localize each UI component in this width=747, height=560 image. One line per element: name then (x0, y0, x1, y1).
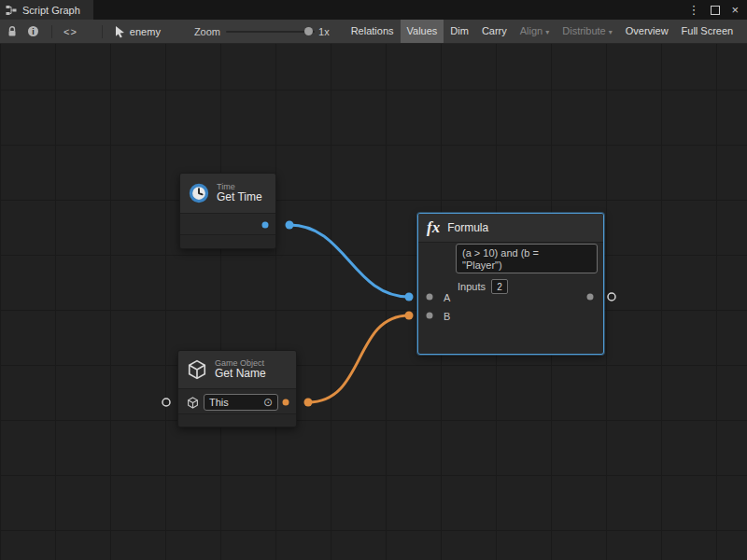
info-icon[interactable]: i (28, 26, 38, 36)
zoom-slider-track[interactable] (226, 31, 315, 33)
node-get-time[interactable]: Time Get Time (179, 173, 276, 249)
node-formula[interactable]: fx Formula (a > 10) and (b = "Player") I… (417, 213, 604, 355)
node-get-name[interactable]: Game Object Get Name This ⊙ (177, 350, 297, 427)
full-screen-button[interactable]: Full Screen (675, 20, 740, 43)
chevron-down-icon: ▾ (545, 28, 549, 36)
node-footer (180, 234, 275, 248)
toolbar-buttons: Relations Values Dim Carry Align▾ Distri… (345, 20, 740, 43)
zoom-slider-handle[interactable] (304, 27, 313, 35)
clock-icon (189, 183, 209, 203)
script-graph-icon (6, 5, 17, 16)
port-b-label: B (418, 311, 450, 322)
formula-fx-icon: fx (427, 218, 440, 237)
titlebar: Script Graph ⋮ × (0, 0, 747, 20)
zoom-value: 1x (318, 26, 330, 37)
pointer-icon (114, 25, 125, 38)
tab-title: Script Graph (22, 5, 80, 16)
toolbar-separator (51, 25, 52, 38)
node-get-time-header[interactable]: Time Get Time (180, 174, 275, 214)
port-a-label: A (418, 292, 450, 303)
node-get-name-header[interactable]: Game Object Get Name (178, 351, 296, 389)
toolbar-separator (102, 25, 103, 38)
overview-button[interactable]: Overview (619, 20, 675, 43)
chevron-down-icon: ▾ (609, 28, 613, 36)
lock-icon[interactable] (7, 25, 18, 37)
get-name-target-row: This ⊙ (178, 389, 296, 415)
formula-port-row-a: A (418, 290, 603, 305)
graph-canvas[interactable] (0, 43, 747, 560)
window-maximize-button[interactable] (711, 6, 720, 15)
object-picker-icon[interactable]: ⊙ (263, 397, 273, 408)
distribute-button[interactable]: Distribute▾ (556, 20, 618, 43)
formula-port-row-b: B (418, 309, 603, 324)
formula-expression-input[interactable]: (a > 10) and (b = "Player") (456, 244, 598, 273)
node-footer (178, 413, 296, 427)
code-view-icon[interactable]: <> (63, 26, 78, 37)
values-button[interactable]: Values (401, 20, 444, 43)
relations-button[interactable]: Relations (345, 20, 401, 43)
node-title: Formula (447, 221, 488, 234)
expression-line-2: "Player") (462, 259, 591, 272)
graph-name: enemy (130, 26, 161, 37)
graph-toolbar: i <> enemy Zoom 1x Relations Values Dim … (0, 20, 747, 44)
carry-button[interactable]: Carry (475, 20, 514, 43)
zoom-slider[interactable] (226, 20, 315, 43)
align-button[interactable]: Align▾ (514, 20, 556, 43)
node-formula-header[interactable]: fx Formula (418, 214, 603, 243)
node-title: Get Name (215, 368, 266, 381)
dim-button[interactable]: Dim (444, 20, 475, 43)
tab-script-graph[interactable]: Script Graph (0, 0, 93, 20)
cube-icon (187, 397, 199, 409)
node-title: Get Time (217, 191, 262, 204)
window-close-button[interactable]: × (731, 0, 739, 20)
window-controls: ⋮ × (687, 0, 747, 20)
target-object-field[interactable]: This ⊙ (204, 394, 278, 411)
target-object-value: This (209, 397, 229, 408)
cube-icon (187, 359, 207, 380)
window-menu-button[interactable]: ⋮ (687, 0, 699, 20)
graph-breadcrumb[interactable]: enemy (114, 25, 161, 38)
expression-line-1: (a > 10) and (b = (462, 247, 591, 259)
zoom-label: Zoom (194, 26, 220, 37)
